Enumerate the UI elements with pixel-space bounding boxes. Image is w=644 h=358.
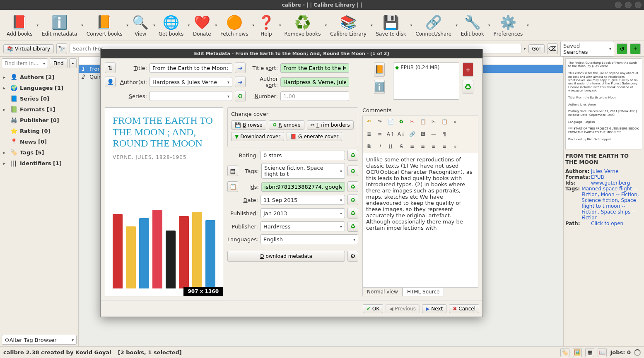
align-justify-icon[interactable]: ≡ xyxy=(440,142,449,151)
languages-input[interactable]: English xyxy=(260,234,358,244)
italic-icon[interactable]: I xyxy=(375,142,384,151)
hr-icon[interactable]: — xyxy=(429,130,438,139)
publisher-input[interactable]: HardPress xyxy=(260,221,345,231)
scissors-icon[interactable]: ✂ xyxy=(429,117,438,126)
ids-paste-icon[interactable]: 📋 xyxy=(227,181,238,192)
number-input[interactable] xyxy=(280,91,349,101)
comments-editor[interactable]: Unlike some other reproductions of class… xyxy=(362,153,478,288)
go-button[interactable]: Go! xyxy=(528,44,545,53)
toolbar-add-books[interactable]: 📕Add books xyxy=(3,13,36,38)
toolbar-view[interactable]: 🔍View xyxy=(128,13,152,38)
toolbar-convert-books[interactable]: 📙Convert books xyxy=(83,13,126,38)
date-clear-icon[interactable]: ♻ xyxy=(347,195,358,205)
published-input[interactable]: Jan 2013 xyxy=(260,208,345,218)
tree-formats[interactable]: ▸📗Formats [1] xyxy=(1,104,77,115)
clipboard-icon[interactable]: 📋 xyxy=(440,117,449,126)
copy-icon[interactable]: 📄 xyxy=(386,117,395,126)
jobs-label[interactable]: Jobs: 0 xyxy=(610,349,631,356)
toolbar-donate[interactable]: ❤️Donate xyxy=(190,13,215,38)
tree-tags[interactable]: ▸🏷️Tags [5] xyxy=(1,147,77,158)
ok-button[interactable]: ✔ OK xyxy=(363,304,383,313)
title-input[interactable] xyxy=(150,63,232,73)
toolbar-edit-metadata[interactable]: ℹ️Edit metadata xyxy=(39,13,80,38)
title-auto-icon[interactable]: ➜ xyxy=(235,62,246,73)
save-search-icon[interactable]: ↺ xyxy=(617,43,627,54)
authors-input[interactable]: Hardpress & Jules Verne xyxy=(150,77,232,87)
normal-view-tab[interactable]: Normal view xyxy=(362,288,403,296)
layout-tag-icon[interactable]: 🏷️ xyxy=(560,348,569,357)
tree-identifiers[interactable]: ▸|||Identifiers [1] xyxy=(1,158,77,168)
ids-clear-icon[interactable]: ♻ xyxy=(347,181,358,192)
publisher-clear-icon[interactable]: ♻ xyxy=(347,221,358,232)
download-metadata-config-icon[interactable]: ⚙ xyxy=(347,251,358,262)
trim-borders-button[interactable]: ✂ Trim borders xyxy=(307,120,354,130)
author-auto-icon[interactable]: ➜ xyxy=(235,77,246,87)
clear-search-icon[interactable]: ⌫ xyxy=(547,43,558,54)
insert-link-icon[interactable]: 🔗 xyxy=(408,130,417,139)
series-input[interactable] xyxy=(150,91,232,101)
maximize-button[interactable] xyxy=(625,2,632,8)
layout-detail-icon[interactable]: 📖 xyxy=(598,348,607,357)
info-icon[interactable]: ℹ️ xyxy=(374,80,385,94)
tree-authors[interactable]: ▸👤Authors [2] xyxy=(1,72,77,82)
generate-cover-button[interactable]: 📕 Generate cover xyxy=(287,132,342,141)
strike-icon[interactable]: S xyxy=(397,142,406,151)
download-cover-button[interactable]: ▼ Download cover xyxy=(231,132,284,141)
toolbar-preferences[interactable]: ⚙️Preferences xyxy=(490,13,526,38)
block-icon[interactable]: ¶ xyxy=(440,130,449,139)
add-saved-search-icon[interactable]: ＋ xyxy=(630,43,641,54)
tree-news[interactable]: 📍News [0] xyxy=(1,136,77,147)
remove-cover-button[interactable]: ♻ Remove xyxy=(269,120,304,130)
virtual-library-button[interactable]: 📚 Virtual Library xyxy=(3,44,54,53)
alter-tag-browser-dropdown[interactable]: ⚙ Alter Tag Browser xyxy=(2,335,77,345)
toolbar-calibre-library[interactable]: 📚Calibre Library xyxy=(327,13,370,38)
font-size-down-icon[interactable]: A↓ xyxy=(397,130,406,139)
layout-grid-icon[interactable]: ▦ xyxy=(585,348,594,357)
more-2-icon[interactable]: » xyxy=(451,142,460,151)
tags-manage-icon[interactable]: ▤ xyxy=(227,166,238,176)
saved-searches-dropdown[interactable]: Saved Searches xyxy=(560,41,614,57)
list-ol-icon[interactable]: ≡ xyxy=(375,130,384,139)
list-ul-icon[interactable]: ≣ xyxy=(364,130,374,139)
tree-languages[interactable]: ▸🌍Languages [1] xyxy=(1,82,77,93)
toolbar-preferences-dropdown[interactable]: ▾ xyxy=(527,23,529,27)
undo-icon[interactable]: ↶ xyxy=(364,117,374,126)
find-button[interactable]: Find xyxy=(50,58,68,68)
cut-icon[interactable]: ✂ xyxy=(408,117,417,126)
rating-clear-icon[interactable]: ♻ xyxy=(347,150,358,161)
remove-format-icon[interactable]: ♻ xyxy=(463,80,473,94)
toolbar-connect-share[interactable]: 🔗Connect/share xyxy=(412,13,455,38)
tree-rating[interactable]: ⭐Rating [0] xyxy=(1,125,77,136)
tags-clear-icon[interactable]: ♻ xyxy=(347,166,358,176)
toolbar-get-books[interactable]: 🌐Get books xyxy=(155,13,187,38)
toolbar-remove-books[interactable]: ♻️Remove books xyxy=(281,13,324,38)
html-source-tab[interactable]: HTML Source xyxy=(403,288,444,296)
ids-input[interactable] xyxy=(261,182,345,192)
tree-series[interactable]: 📘Series [0] xyxy=(1,93,77,104)
recycle-icon[interactable]: ♻ xyxy=(397,117,406,126)
find-item-input[interactable]: Find item in... xyxy=(2,58,48,68)
series-clear-icon[interactable]: ♻ xyxy=(235,91,246,101)
manage-authors-icon[interactable]: 👤 xyxy=(105,77,116,87)
swap-title-author-icon[interactable]: ⇅ xyxy=(105,62,116,73)
add-format-icon[interactable]: ＋ xyxy=(463,62,473,77)
underline-icon[interactable]: U xyxy=(386,142,395,151)
download-metadata-button[interactable]: Download metadata xyxy=(227,251,345,262)
tree-publisher[interactable]: 🖨️Publisher [0] xyxy=(1,115,77,125)
redo-icon[interactable]: ↷ xyxy=(375,117,384,126)
close-button[interactable] xyxy=(635,2,642,8)
align-center-icon[interactable]: ≡ xyxy=(418,142,427,151)
published-clear-icon[interactable]: ♻ xyxy=(347,208,358,219)
next-button[interactable]: ▶ Next xyxy=(422,304,446,313)
font-size-up-icon[interactable]: A↑ xyxy=(386,130,395,139)
date-input[interactable]: 11 Sep 2015 xyxy=(260,195,345,205)
jobs-spinner-icon[interactable] xyxy=(634,349,641,356)
tags-input[interactable]: Science fiction, Space flight to t xyxy=(261,163,345,179)
insert-image-icon[interactable]: 🖼 xyxy=(418,130,427,139)
open-book-icon[interactable]: 📙 xyxy=(374,62,385,77)
binoculars-icon[interactable]: 🔭 xyxy=(56,43,67,54)
author-sort-input[interactable] xyxy=(280,77,349,87)
layout-cover-icon[interactable]: 🖼️ xyxy=(573,348,582,357)
previous-button[interactable]: ◀ Previous xyxy=(386,304,420,313)
more-icon[interactable]: » xyxy=(451,117,460,126)
